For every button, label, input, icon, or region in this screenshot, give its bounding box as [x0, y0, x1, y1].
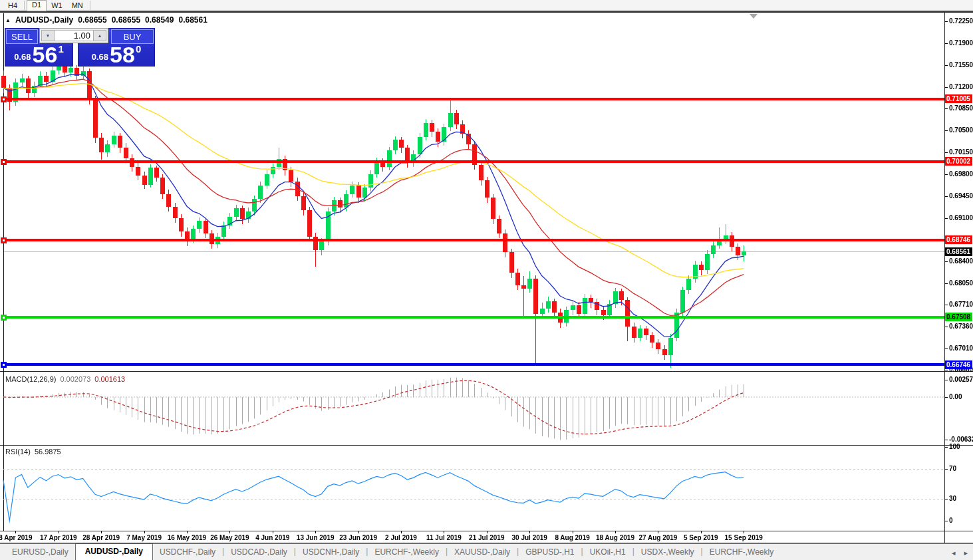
sell-price-main: 56 [33, 45, 58, 65]
chart-tab-bar: EURUSD-,DailyAUDUSD-,DailyUSDCHF-,Daily|… [0, 543, 973, 560]
rsi-axis-label: 30 [949, 495, 956, 502]
date-axis-label: 11 Jul 2019 [426, 534, 462, 541]
date-axis-label: 21 Jul 2019 [469, 534, 504, 541]
timeframe-button-h4[interactable]: H4 [3, 1, 22, 11]
rsi-axis-label: 70 [949, 465, 956, 472]
chart-tab-eurchf-weekly[interactable]: EURCHF-,Weekly [703, 545, 780, 560]
chart-canvas[interactable] [0, 0, 973, 560]
price-axis-label: 0.71200 [949, 83, 973, 90]
date-axis-label: 13 Jun 2019 [297, 534, 335, 541]
price-axis-label: 0.67710 [949, 301, 973, 308]
price-axis-label: 0.67360 [949, 323, 973, 330]
price-axis-label: 0.72250 [949, 17, 973, 25]
hline-price-badge: 0.71005 [945, 94, 972, 103]
toolbar-separator [24, 1, 25, 10]
date-axis-label: 4 Jun 2019 [255, 534, 289, 541]
rsi-header: RSI(14) 56.9875 [5, 448, 61, 456]
hline-price-badge: 0.68746 [945, 235, 972, 244]
buy-price: 0.68 58 0 [78, 43, 154, 65]
ohlc-low: 0.68549 [145, 15, 174, 25]
mt4-chart-window: H4D1W1MN ▲ AUDUSD-,Daily 0.68655 0.68655… [0, 0, 973, 560]
volume-input[interactable]: 1.00 [55, 30, 93, 41]
date-axis-label: 5 Sep 2019 [684, 534, 718, 541]
rsi-axis-label: 0 [949, 517, 953, 524]
price-axis-label: 0.70850 [949, 104, 973, 112]
volume-increase-button[interactable]: ▲ [93, 30, 106, 41]
macd-axis-label: -0.006326 [949, 436, 973, 443]
buy-price-main: 58 [110, 45, 135, 65]
current-price-badge: 0.68561 [945, 247, 972, 256]
date-axis-label: 28 Apr 2019 [82, 534, 120, 541]
panel-collapse-icon[interactable]: ▲ [5, 17, 11, 23]
sell-price-pip: 1 [58, 43, 63, 55]
date-axis-label: 18 Aug 2019 [596, 534, 634, 541]
hline-price-badge: 0.66746 [945, 360, 972, 369]
chart-tab-audusd-daily[interactable]: AUDUSD-,Daily [75, 543, 153, 560]
sell-price: 0.68 56 1 [5, 43, 72, 65]
macd-header: MACD(12,26,9) 0.002073 0.001613 [5, 375, 125, 383]
macd-axis-label: 0.002574 [949, 376, 973, 383]
one-click-trade-panel: SELL 0.68 56 1 BUY 0.68 58 0 ▼ 1.00 ▲ [5, 28, 155, 67]
chart-tab-usdx-weekly[interactable]: USDX-,Weekly [634, 545, 701, 560]
buy-price-pip: 0 [136, 43, 141, 55]
price-axis-label: 0.70150 [949, 148, 973, 156]
symbol-period-label: AUDUSD-,Daily [15, 15, 73, 25]
tab-scroll-nav: ◂ ▸ [952, 549, 968, 557]
date-axis-label: 30 Jul 2019 [512, 534, 547, 541]
timeframe-toolbar: H4D1W1MN [0, 0, 973, 12]
date-axis-label: 27 Aug 2019 [638, 534, 677, 541]
date-axis-label: 26 May 2019 [210, 534, 249, 541]
chart-tab-usdcad-daily[interactable]: USDCAD-,Daily [224, 545, 294, 560]
macd-axis-label: 0.00 [949, 393, 962, 400]
ohlc-close: 0.68561 [178, 15, 207, 25]
timeframe-button-mn[interactable]: MN [67, 1, 88, 11]
sell-price-prefix: 0.68 [14, 52, 31, 62]
price-axis-label: 0.68400 [949, 257, 973, 265]
date-axis-label: 8 Aug 2019 [555, 534, 589, 541]
price-axis-label: 0.71900 [949, 39, 973, 47]
macd-main-value: 0.002073 [60, 375, 90, 383]
chart-title: ▲ AUDUSD-,Daily 0.68655 0.68655 0.68549 … [5, 15, 208, 25]
chart-tab-usdchf-daily[interactable]: USDCHF-,Daily [153, 545, 222, 560]
ohlc-open: 0.68655 [78, 15, 106, 25]
price-axis-label: 0.70500 [949, 126, 973, 134]
macd-label: MACD(12,26,9) [5, 375, 56, 383]
price-axis-label: 0.68050 [949, 279, 973, 287]
chart-tab-ukoil-h1[interactable]: UKOil-,H1 [583, 545, 632, 560]
chart-tab-xauusd-daily[interactable]: XAUUSD-,Daily [448, 545, 517, 560]
date-axis-label: 17 Apr 2019 [40, 534, 77, 541]
date-axis-label: 2 Jul 2019 [385, 534, 417, 541]
chart-tab-eurchf-weekly[interactable]: EURCHF-,Weekly [368, 545, 445, 560]
rsi-axis-label: 100 [949, 443, 960, 450]
price-axis-label: 0.69100 [949, 214, 973, 221]
date-axis-label: 7 May 2019 [126, 534, 162, 541]
timeframe-button-w1[interactable]: W1 [47, 1, 67, 11]
price-axis-label: 0.71550 [949, 61, 973, 69]
timeframe-button-d1[interactable]: D1 [27, 0, 47, 11]
price-axis-label: 0.69450 [949, 192, 973, 200]
date-axis-label: 23 Jun 2019 [339, 534, 377, 541]
chart-tab-gbpusd-h1[interactable]: GBPUSD-,H1 [519, 545, 581, 560]
rsi-value: 56.9875 [35, 448, 61, 456]
macd-signal-value: 0.001613 [94, 375, 125, 383]
tab-scroll-right-icon[interactable]: ▸ [964, 549, 968, 557]
tab-scroll-left-icon[interactable]: ◂ [952, 549, 956, 557]
chart-tab-usdcnh-daily[interactable]: USDCNH-,Daily [296, 545, 366, 560]
chart-shift-marker-icon[interactable] [750, 14, 758, 19]
rsi-label: RSI(14) [5, 448, 31, 456]
date-axis-label: 16 May 2019 [168, 534, 206, 541]
hline-price-badge: 0.70002 [945, 157, 972, 166]
date-axis-label: 15 Sep 2019 [725, 534, 763, 541]
volume-decrease-button[interactable]: ▼ [41, 30, 55, 41]
date-axis-label: 8 Apr 2019 [0, 534, 33, 541]
ohlc-high: 0.68655 [112, 15, 140, 25]
hline-price-badge: 0.67508 [945, 313, 972, 321]
price-axis-label: 0.69800 [949, 170, 973, 178]
price-axis-label: 0.67010 [949, 345, 973, 352]
toolbar-separator [90, 1, 90, 10]
chart-tab-eurusd-daily[interactable]: EURUSD-,Daily [5, 545, 75, 560]
buy-price-prefix: 0.68 [92, 52, 108, 62]
volume-control: ▼ 1.00 ▲ [39, 28, 108, 43]
